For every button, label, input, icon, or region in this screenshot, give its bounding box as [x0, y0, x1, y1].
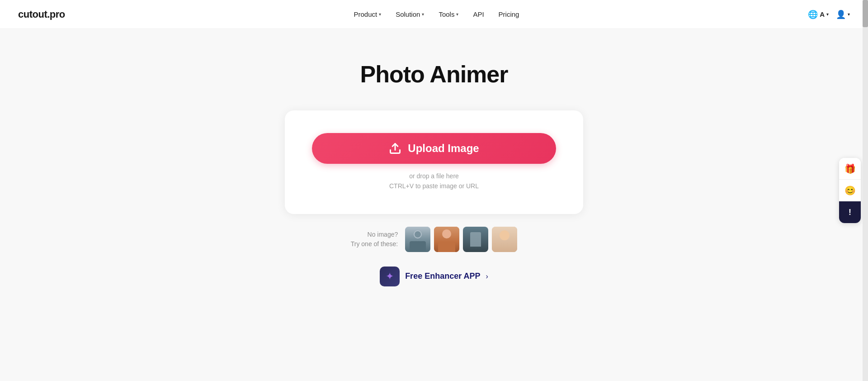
side-panel: 🎁 😊 ! — [839, 158, 861, 223]
nav-item-product[interactable]: Product ▾ — [354, 10, 381, 18]
scrollbar-thumb[interactable] — [863, 0, 868, 27]
enhancer-app-link[interactable]: ✦ Free Enhancer APP › — [380, 267, 488, 286]
chat-icon: ! — [849, 208, 851, 217]
samples-row: No image? Try one of these: — [351, 227, 518, 252]
enhancer-app-label: Free Enhancer APP — [405, 271, 480, 281]
gift-icon: 🎁 — [844, 163, 856, 174]
avatar-button[interactable]: 😊 — [839, 180, 861, 201]
upload-icon — [389, 142, 401, 155]
sample-image-1[interactable] — [405, 227, 430, 252]
chevron-down-icon: ▾ — [456, 12, 458, 17]
nav-item-solution[interactable]: Solution ▾ — [396, 10, 424, 18]
chevron-down-icon: ▾ — [422, 12, 424, 17]
sample-image-4[interactable] — [492, 227, 517, 252]
nav-item-api[interactable]: API — [473, 10, 484, 18]
gift-button[interactable]: 🎁 — [839, 158, 861, 180]
user-menu-button[interactable]: 👤 ▾ — [836, 10, 850, 19]
header-right: 🌐 A ▾ 👤 ▾ — [808, 10, 850, 19]
main-nav: Product ▾ Solution ▾ Tools ▾ API Pricing — [354, 10, 519, 18]
logo[interactable]: cutout.pro — [18, 9, 65, 20]
page-title: Photo Animer — [360, 61, 508, 88]
feedback-button[interactable]: ! — [839, 201, 861, 223]
chevron-down-icon: ▾ — [379, 12, 381, 17]
upload-card: Upload Image or drop a file here CTRL+V … — [285, 110, 583, 214]
language-button[interactable]: 🌐 A ▾ — [808, 10, 829, 19]
main-content: Photo Animer Upload Image or drop a file… — [0, 29, 868, 286]
header: cutout.pro Product ▾ Solution ▾ Tools ▾ … — [0, 0, 868, 29]
sample-image-2[interactable] — [434, 227, 459, 252]
upload-image-button[interactable]: Upload Image — [312, 133, 556, 164]
drop-hint: or drop a file here CTRL+V to paste imag… — [389, 171, 479, 191]
avatar-icon: 😊 — [844, 185, 856, 196]
enhancer-app-icon: ✦ — [380, 267, 400, 286]
chevron-down-icon: ▾ — [826, 12, 829, 17]
chevron-down-icon: ▾ — [848, 12, 850, 17]
sample-images — [405, 227, 517, 252]
sample-image-3[interactable] — [463, 227, 488, 252]
enhancer-arrow-icon: › — [486, 272, 488, 281]
nav-item-tools[interactable]: Tools ▾ — [439, 10, 458, 18]
scrollbar[interactable] — [863, 0, 868, 381]
samples-label: No image? Try one of these: — [351, 230, 398, 249]
nav-item-pricing[interactable]: Pricing — [499, 10, 519, 18]
